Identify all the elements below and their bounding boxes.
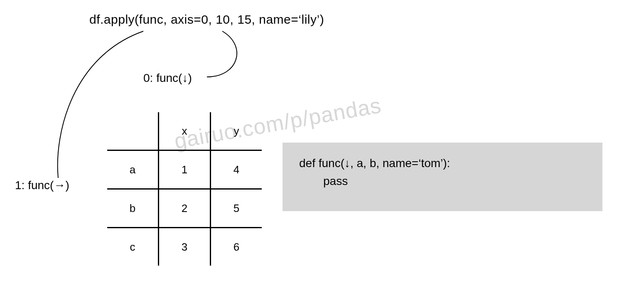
cell: 6 bbox=[211, 228, 262, 266]
code-line-def: def func(↓, a, b, name=‘tom’): bbox=[299, 154, 586, 172]
col-header: y bbox=[211, 112, 262, 150]
cell: 1 bbox=[159, 150, 211, 189]
connector-arrows bbox=[0, 0, 644, 281]
row-index: a bbox=[107, 150, 159, 189]
cell: 5 bbox=[211, 189, 262, 228]
row-index: b bbox=[107, 189, 159, 228]
cell: 3 bbox=[159, 228, 211, 266]
dataframe-table: x y a 1 4 b 2 5 c 3 6 bbox=[107, 112, 262, 266]
function-definition-box: def func(↓, a, b, name=‘tom’): pass bbox=[283, 143, 602, 211]
cell: 2 bbox=[159, 189, 211, 228]
col-header: x bbox=[159, 112, 211, 150]
code-line-body: pass bbox=[299, 172, 586, 190]
row-index: c bbox=[107, 228, 159, 266]
corner-empty bbox=[107, 112, 159, 150]
cell: 4 bbox=[211, 150, 262, 189]
